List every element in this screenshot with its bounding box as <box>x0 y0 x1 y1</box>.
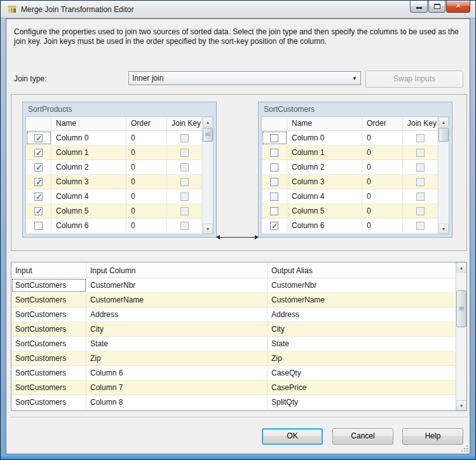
table-row[interactable]: SortCustomers CustomerNbr CustomerNbr <box>11 278 456 293</box>
table-row[interactable]: SortCustomers Column 8 SplitQty <box>11 395 456 410</box>
sortcustomers-group: SortCustomers Name Order Join Key Column… <box>258 102 452 238</box>
table-row[interactable]: Column 2 0 <box>26 160 202 175</box>
join-key-checkbox[interactable] <box>416 178 425 186</box>
scroll-down-icon[interactable]: ▼ <box>203 224 213 234</box>
column-name-cell: Column 3 <box>287 175 362 189</box>
row-select-checkbox[interactable] <box>270 193 278 201</box>
dialog-description: Configure the properties used to join tw… <box>14 27 463 46</box>
output-alias-cell[interactable]: City <box>268 322 456 336</box>
join-key-checkbox[interactable] <box>416 134 425 142</box>
join-key-checkbox[interactable] <box>416 207 425 215</box>
input-column-cell: Column 8 <box>86 395 268 409</box>
row-select-checkbox[interactable] <box>34 134 43 142</box>
join-key-checkbox[interactable] <box>180 149 189 157</box>
join-key-checkbox[interactable] <box>180 178 189 186</box>
sortcustomers-grid: Name Order Join Key Column 0 0 Column 1 … <box>261 116 449 234</box>
output-columns-table: Input Input Column Output Alias SortCust… <box>11 262 467 411</box>
row-select-checkbox[interactable] <box>270 222 278 230</box>
title-bar[interactable]: Merge Join Transformation Editor ✕ <box>1 1 475 18</box>
scroll-down-icon[interactable]: ▼ <box>456 400 466 410</box>
join-key-checkbox[interactable] <box>416 222 425 230</box>
table-row[interactable]: Column 0 0 <box>26 131 202 145</box>
scrollbar[interactable]: ▲ ▼ <box>438 117 449 234</box>
maximize-button[interactable] <box>428 1 445 13</box>
table-row[interactable]: SortCustomers Zip Zip <box>11 351 456 366</box>
table-row[interactable]: Column 4 0 <box>262 189 438 204</box>
table-row[interactable]: Column 1 0 <box>262 145 438 160</box>
row-select-checkbox[interactable] <box>34 222 43 230</box>
table-row[interactable]: Column 6 0 <box>262 219 438 233</box>
output-alias-cell[interactable]: CaseQty <box>268 366 456 380</box>
join-key-checkbox[interactable] <box>416 163 425 172</box>
input-column-cell: Address <box>86 308 268 321</box>
scrollbar-thumb[interactable] <box>203 128 213 142</box>
table-row[interactable]: Column 5 0 <box>26 204 202 219</box>
table-row[interactable]: Column 1 0 <box>26 145 202 160</box>
input-cell: SortCustomers <box>11 395 86 409</box>
scrollbar-thumb[interactable] <box>439 128 449 142</box>
output-alias-cell[interactable]: SplitQty <box>268 395 456 409</box>
row-select-checkbox[interactable] <box>34 149 43 157</box>
table-row[interactable]: SortCustomers CustomerName CustomerName <box>11 293 456 308</box>
input-column-header: Input <box>11 262 86 278</box>
row-select-checkbox[interactable] <box>270 207 278 215</box>
table-row[interactable]: Column 5 0 <box>262 204 438 219</box>
scroll-up-icon[interactable]: ▲ <box>203 117 213 127</box>
table-row[interactable]: SortCustomers Column 6 CaseQty <box>11 366 456 381</box>
table-row[interactable]: SortCustomers Column 7 CasePrice <box>11 381 456 395</box>
output-alias-cell[interactable]: CustomerNbr <box>268 278 456 292</box>
table-row[interactable]: Column 6 0 <box>26 219 202 233</box>
join-key-checkbox[interactable] <box>180 207 189 215</box>
output-alias-cell[interactable]: Zip <box>268 351 456 365</box>
row-select-checkbox[interactable] <box>34 207 43 215</box>
ok-button[interactable]: OK <box>262 428 323 445</box>
join-key-checkbox[interactable] <box>180 193 189 201</box>
help-button[interactable]: Help <box>402 428 463 445</box>
join-key-checkbox[interactable] <box>180 163 189 172</box>
row-select-checkbox[interactable] <box>270 178 278 186</box>
input-column-cell: State <box>86 337 268 351</box>
scrollbar[interactable]: ▲ ▼ <box>456 262 466 410</box>
column-name-cell: Column 4 <box>51 189 126 203</box>
table-row[interactable]: Column 4 0 <box>26 189 202 204</box>
grid-header-row: Name Order Join Key <box>26 117 202 131</box>
join-key-checkbox[interactable] <box>416 193 425 201</box>
column-name-cell: Column 3 <box>51 175 126 189</box>
output-alias-cell[interactable]: CasePrice <box>268 381 456 395</box>
join-type-dropdown[interactable]: Inner join ▼ <box>128 71 361 85</box>
join-key-checkbox[interactable] <box>180 222 189 230</box>
column-name-cell: Column 1 <box>287 145 362 159</box>
table-row[interactable]: SortCustomers Address Address <box>11 308 456 322</box>
scrollbar-thumb[interactable] <box>456 290 466 327</box>
output-alias-cell[interactable]: State <box>268 337 456 351</box>
swap-inputs-button: Swap Inputs <box>365 71 463 88</box>
close-button[interactable]: ✕ <box>446 1 470 13</box>
row-select-checkbox[interactable] <box>270 163 278 172</box>
join-key-checkbox[interactable] <box>180 134 189 142</box>
select-column-header <box>262 117 287 130</box>
minimize-button[interactable] <box>410 1 428 13</box>
column-name-cell: Column 6 <box>51 219 126 233</box>
row-select-checkbox[interactable] <box>34 178 43 186</box>
scroll-up-icon[interactable]: ▲ <box>439 117 449 127</box>
table-row[interactable]: Column 3 0 <box>26 175 202 189</box>
row-select-checkbox[interactable] <box>270 149 278 157</box>
row-select-checkbox[interactable] <box>34 193 43 201</box>
table-row[interactable]: SortCustomers City City <box>11 322 456 337</box>
scroll-up-icon[interactable]: ▲ <box>456 262 466 273</box>
table-row[interactable]: SortCustomers State State <box>11 337 456 351</box>
table-row[interactable]: Column 3 0 <box>262 175 438 189</box>
join-key-checkbox[interactable] <box>416 149 425 157</box>
scroll-down-icon[interactable]: ▼ <box>439 224 449 234</box>
cancel-button[interactable]: Cancel <box>332 428 393 445</box>
order-cell: 0 <box>126 145 167 159</box>
resize-grip[interactable] <box>460 444 468 452</box>
output-alias-cell[interactable]: CustomerName <box>268 293 456 307</box>
output-alias-cell[interactable]: Address <box>268 308 456 321</box>
scrollbar[interactable]: ▲ ▼ <box>202 117 213 234</box>
table-row[interactable]: Column 2 0 <box>262 160 438 175</box>
table-row[interactable]: Column 0 0 <box>262 131 438 145</box>
row-select-checkbox[interactable] <box>34 163 43 172</box>
input-cell: SortCustomers <box>11 278 86 292</box>
row-select-checkbox[interactable] <box>270 134 278 142</box>
